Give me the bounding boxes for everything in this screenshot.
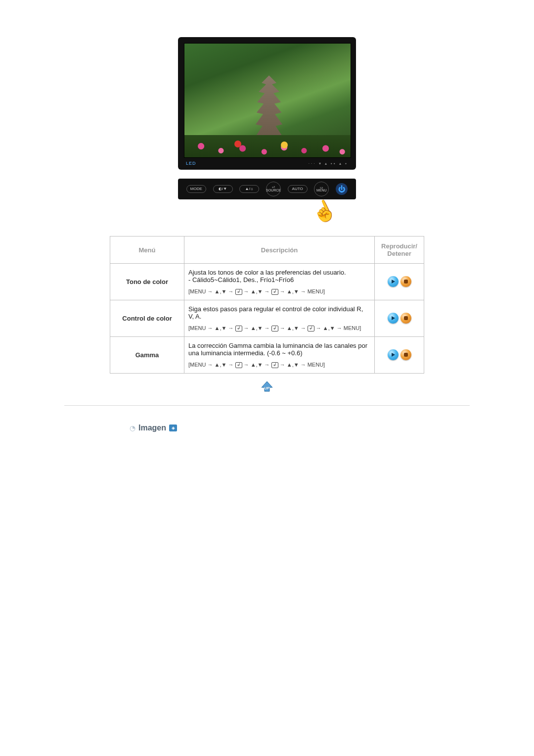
table-row: Control de colorSiga estos pasos para re… <box>110 300 424 336</box>
row-sequence: [MENU → ▲,▼ → ↲ → ▲,▼ → ↲ → ▲,▼ → MENU] <box>188 288 370 295</box>
th-action: Reproducir/ Detener <box>375 236 424 264</box>
table-header-row: Menú Descripción Reproducir/ Detener <box>110 236 424 264</box>
section-header-imagen: ◔ Imagen ◈ <box>90 424 444 432</box>
led-label: LED <box>186 161 196 166</box>
row-desc: Ajusta los tonos de color a las preferen… <box>184 264 375 300</box>
section-icon: ◈ <box>169 425 177 431</box>
row-actions <box>375 264 424 300</box>
lantern-yellow <box>281 142 288 148</box>
row-actions <box>375 336 424 373</box>
table-row: Tono de colorAjusta los tonos de color a… <box>110 264 424 300</box>
menu-table-wrap: Menú Descripción Reproducir/ Detener Ton… <box>110 236 424 374</box>
divider <box>64 405 470 406</box>
th-desc: Descripción <box>184 236 375 264</box>
monitor-bezel: LED ··· ▾ ▴ ▪▪ ▴ ▪ <box>178 37 356 170</box>
row-desc: La corrección Gamma cambia la luminancia… <box>184 336 375 373</box>
row-menu: Gamma <box>110 336 184 373</box>
auto-button[interactable]: AUTO <box>288 185 308 193</box>
play-icon[interactable] <box>388 349 399 360</box>
contrast-down-button[interactable]: ◐/▼ <box>213 185 233 193</box>
row-desc: Siga estos pasos para regular el control… <box>184 300 375 336</box>
monitor-screen <box>184 43 351 158</box>
menu-table: Menú Descripción Reproducir/ Detener Ton… <box>110 236 424 374</box>
up-link[interactable]: UP <box>0 380 534 390</box>
source-label: SOURCE <box>266 189 281 192</box>
row-menu: Control de color <box>110 300 184 336</box>
th-menu: Menú <box>110 236 184 264</box>
bullet-icon: ◔ <box>130 425 135 431</box>
lantern-red <box>234 141 241 147</box>
stop-icon[interactable] <box>400 276 411 287</box>
row-sequence: [MENU → ▲,▼ → ↲ → ▲,▼ → ↲ → ▲,▼ → ↲ → ▲,… <box>188 325 370 331</box>
stop-icon[interactable] <box>400 313 411 324</box>
source-button[interactable]: ⏎ SOURCE <box>266 182 281 196</box>
led-ticks: ··· ▾ ▴ ▪▪ ▴ ▪ <box>309 161 348 166</box>
section-title: Imagen <box>138 424 166 432</box>
row-menu: Tono de color <box>110 264 184 300</box>
mode-button[interactable]: MODE <box>186 185 206 193</box>
stop-icon[interactable] <box>400 349 411 360</box>
pointing-hand-icon: ☝ <box>309 197 339 225</box>
flowers-graphic <box>184 135 351 157</box>
play-icon[interactable] <box>388 313 399 324</box>
power-button[interactable]: ⏻ <box>336 183 348 195</box>
row-actions <box>375 300 424 336</box>
menu-button[interactable]: ▭ MENU <box>314 182 329 196</box>
row-sequence: [MENU → ▲,▼ → ↲ → ▲,▼ → ↲ → ▲,▼ → MENU] <box>188 362 370 368</box>
power-icon: ⏻ <box>338 185 345 193</box>
table-row: GammaLa corrección Gamma cambia la lumin… <box>110 336 424 373</box>
menu-label: MENU <box>316 189 327 192</box>
up-label: UP <box>264 386 269 390</box>
play-icon[interactable] <box>388 276 399 287</box>
led-bar: LED ··· ▾ ▴ ▪▪ ▴ ▪ <box>184 158 350 167</box>
bright-up-button[interactable]: ▲/☼ <box>239 185 259 193</box>
monitor-illustration: LED ··· ▾ ▴ ▪▪ ▴ ▪ MODE ◐/▼ ▲/☼ ⏎ SOURCE… <box>178 37 356 221</box>
